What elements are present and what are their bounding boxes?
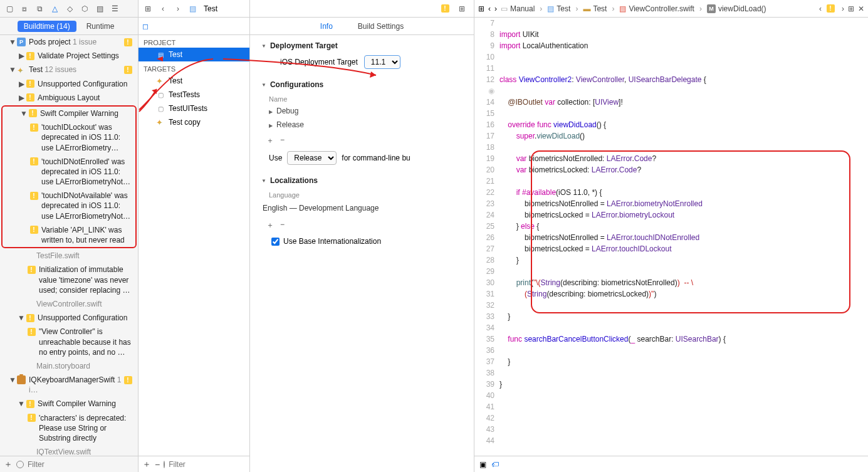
close-editor-icon[interactable]: ✕ [858,4,864,13]
label: Test [169,76,182,85]
disclosure-icon[interactable]: ▼ [18,313,25,323]
label: Pods project [29,38,71,46]
target-item[interactable]: Test [139,74,249,88]
crumb-file[interactable]: Test [204,4,217,13]
back-icon[interactable]: ‹ [157,3,169,14]
validate-row[interactable]: ▶ Validate Project Settings [0,49,138,63]
remove-icon[interactable]: − [155,459,160,469]
forward-icon[interactable]: › [494,4,497,13]
crumb-method[interactable]: MviewDidLoad() [707,4,766,13]
issues-tree[interactable]: ▼ P Pods project 1 issue ▶ Validate Proj… [0,35,138,456]
warning-item[interactable]: Variable 'API_LINK' was written to, but … [3,223,135,247]
issue-nav-icon[interactable]: △ [49,3,60,14]
target-item[interactable]: ▢TestUITests [139,102,249,115]
section-localizations[interactable]: Localizations [261,176,463,185]
back-icon[interactable]: ‹ [488,4,491,13]
unsupported-row[interactable]: ▶ Unsupported Configuration [0,77,138,91]
test-project-row[interactable]: ▼ Test 12 issues [0,63,138,76]
code-area[interactable]: import UIKitimport LocalAuthentication c… [499,18,868,456]
warning-item[interactable]: 'touchIDNotEnrolled' was deprecated in i… [3,155,135,189]
swift-warning-group-2[interactable]: ▼ Swift Compiler Warning [0,397,138,411]
checkbox[interactable] [271,238,280,246]
debug-nav-icon[interactable]: ⬡ [79,3,90,14]
cmdline-config-select[interactable]: Release [287,151,337,165]
project-item-test[interactable]: ▤ Test [139,48,249,61]
breakpoint-nav-icon[interactable]: ▤ [94,3,105,14]
disclosure-icon[interactable]: ▶ [18,93,25,103]
next-issue-icon[interactable]: › [842,4,844,13]
localization-row[interactable]: English — Development Language [261,200,463,216]
filter-input[interactable] [28,460,134,469]
label: Initialization of immutable value 'timez… [39,265,135,295]
disclosure-icon[interactable]: ▼ [18,399,25,409]
section-configurations[interactable]: Configurations [261,80,463,89]
buildtime-tab[interactable]: Buildtime (14) [18,21,76,32]
related-items-icon[interactable]: ⊞ [142,3,154,14]
ambiguous-row[interactable]: ▶ Ambiguous Layout [0,91,138,105]
scope-icon[interactable] [164,461,165,468]
folder-nav-icon[interactable]: ▢ [4,3,15,14]
forward-icon[interactable]: › [172,3,184,14]
mid-toolbar: ⊞ ‹ › ▤ Test [139,0,249,18]
swift-warning-group[interactable]: ▼ Swift Compiler Warning [3,107,135,120]
add-editor-icon[interactable]: ⊞ [456,3,468,14]
config-release[interactable]: Release [261,118,463,132]
remove-icon[interactable]: − [280,135,285,146]
disclosure-icon[interactable]: ▶ [18,79,25,89]
disclosure-icon[interactable]: ▼ [9,37,16,47]
deployment-target-select[interactable]: 11.1 [364,55,400,69]
report-nav-icon[interactable]: ☰ [109,3,120,14]
warning-icon [26,93,34,102]
crumb-folder[interactable]: ▬Test [583,4,607,13]
warning-item[interactable]: Initialization of immutable value 'timez… [0,263,138,297]
warning-item[interactable]: 'touchIDNotAvailable' was deprecated in … [3,189,135,223]
project-editor-pane: ⊞ ‹ › ▤ Test ◻ PROJECT ▤ Test TARGETS Te… [139,0,474,472]
file-label: ViewController.swift [0,297,138,311]
config-debug[interactable]: Debug [261,104,463,118]
add-icon[interactable]: ＋ [266,220,274,231]
section-deployment-target[interactable]: Deployment Target [261,41,463,50]
navigator-filter-bar: ＋ [0,456,138,472]
add-icon[interactable]: ＋ [142,459,151,470]
related-items-icon[interactable]: ⊞ [478,4,484,13]
warning-icon [30,157,38,165]
label: TestUITests [169,104,207,113]
scope-icon[interactable] [16,461,24,468]
warning-item[interactable]: 'touchIDLockout' was deprecated in iOS 1… [3,120,135,155]
find-nav-icon[interactable]: ⧉ [34,3,45,14]
crumb-manual[interactable]: ▭Manual [501,4,535,13]
file-label: TestFile.swift [0,249,138,263]
unsupported-group-2[interactable]: ▼ Unsupported Configuration [0,311,138,325]
label: Unsupported Configuration [38,313,135,323]
prev-issue-icon[interactable]: ‹ [819,4,822,13]
test-nav-icon[interactable]: ◇ [64,3,75,14]
disclosure-icon[interactable]: ▼ [9,65,16,75]
outline-toggle-icon[interactable]: ◻ [142,22,149,31]
add-icon[interactable]: ＋ [266,135,274,146]
warning-item[interactable]: "View Controller" is unreachable because… [0,325,138,359]
iqkb-project-row[interactable]: ▼ IQKeyboardManagerSwift 1 i… [0,373,138,397]
tag-icon[interactable]: 🏷 [491,460,499,469]
tab-info[interactable]: Info [320,22,333,31]
target-item[interactable]: Test copy [139,115,249,129]
add-icon[interactable]: ＋ [4,459,13,470]
crumb-project[interactable]: ▤Test [547,4,570,13]
disclosure-icon[interactable]: ▼ [9,375,16,385]
jump-bar: ⊞ ‹ › ▭Manual› ▤Test› ▬Test› ▤ViewContro… [474,0,868,18]
target-item[interactable]: ▢TestTests [139,88,249,102]
pods-project-row[interactable]: ▼ P Pods project 1 issue [0,35,138,49]
targets-header: TARGETS [139,61,249,74]
filter-input[interactable] [169,460,263,469]
tab-build-settings[interactable]: Build Settings [358,22,404,31]
use-base-intl-checkbox[interactable]: Use Base Internationalization [261,233,463,246]
runtime-tab[interactable]: Runtime [80,21,121,32]
disclosure-icon[interactable]: ▼ [20,108,28,118]
remove-icon[interactable]: − [280,220,285,231]
disclosure-icon[interactable]: ▶ [18,51,25,61]
crumb-file[interactable]: ▤ViewController.swift [619,4,694,13]
breakpoints-icon[interactable]: ▣ [479,460,486,469]
symbol-nav-icon[interactable]: ⧈ [19,3,30,14]
code-editor[interactable]: 789101112◉141516171819202122232425262728… [474,18,868,456]
add-editor-icon[interactable]: ⊞ [848,4,854,13]
warning-item[interactable]: 'characters' is deprecated: Please use S… [0,411,138,446]
